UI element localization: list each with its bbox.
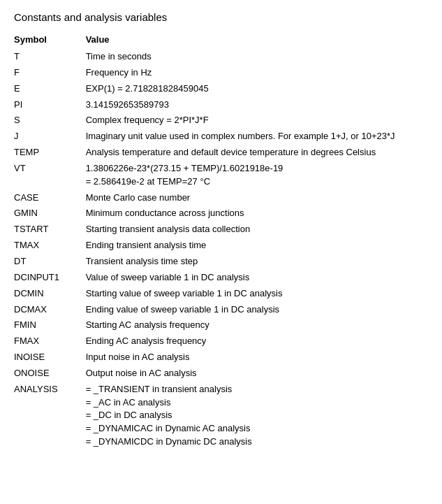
symbol-cell: E (14, 81, 86, 97)
table-row: ANALYSIS= _TRANSIENT in transient analys… (14, 382, 428, 450)
table-row: SComplex frequency = 2*PI*J*F (14, 113, 428, 129)
symbol-cell: S (14, 113, 86, 129)
value-cell: EXP(1) = 2.718281828459045 (86, 81, 428, 97)
table-row: EEXP(1) = 2.718281828459045 (14, 81, 428, 97)
symbol-cell: F (14, 65, 86, 81)
value-cell: Input noise in AC analysis (86, 350, 428, 366)
symbol-cell: DCMIN (14, 286, 86, 302)
table-row: TTime in seconds (14, 49, 428, 65)
value-cell: Monte Carlo case number (86, 190, 428, 206)
value-cell: 3.141592653589793 (86, 97, 428, 113)
value-cell: Analysis temperature and default device … (86, 145, 428, 161)
table-row: FMAXEnding AC analysis frequency (14, 333, 428, 350)
value-cell: Imaginary unit value used in complex num… (86, 129, 428, 145)
value-cell: Starting AC analysis frequency (86, 317, 428, 333)
symbol-cell: FMAX (14, 333, 86, 350)
table-row: TMAXEnding transient analysis time (14, 238, 428, 254)
table-row: DCMINStarting value of sweep variable 1 … (14, 286, 428, 302)
table-row: PI3.141592653589793 (14, 97, 428, 113)
value-cell: Output noise in AC analysis (86, 366, 428, 382)
table-row: TEMPAnalysis temperature and default dev… (14, 145, 428, 161)
symbol-cell: DCINPUT1 (14, 270, 86, 286)
table-row: FFrequency in Hz (14, 65, 428, 81)
symbol-cell: T (14, 49, 86, 65)
table-row: GMINMinimum conductance across junctions (14, 206, 428, 222)
value-cell: Value of sweep variable 1 in DC analysis (86, 270, 428, 286)
table-row: JImaginary unit value used in complex nu… (14, 129, 428, 145)
value-cell: Transient analysis time step (86, 254, 428, 270)
page-title: Constants and analysis variables (14, 11, 428, 23)
symbol-cell: TEMP (14, 145, 86, 161)
table-row: CASEMonte Carlo case number (14, 190, 428, 206)
symbol-cell: FMIN (14, 317, 86, 333)
table-row: DCMAXEnding value of sweep variable 1 in… (14, 302, 428, 318)
symbol-cell: VT (14, 161, 86, 190)
value-cell: Time in seconds (86, 49, 428, 65)
value-cell: Starting value of sweep variable 1 in DC… (86, 286, 428, 302)
value-cell: Ending transient analysis time (86, 238, 428, 254)
symbol-cell: TSTART (14, 222, 86, 238)
value-cell: Starting transient analysis data collect… (86, 222, 428, 238)
value-cell: Ending AC analysis frequency (86, 333, 428, 350)
value-cell: Ending value of sweep variable 1 in DC a… (86, 302, 428, 318)
symbol-cell: ONOISE (14, 366, 86, 382)
symbol-cell: PI (14, 97, 86, 113)
symbol-cell: INOISE (14, 350, 86, 366)
table-row: VT1.3806226e-23*(273.15 + TEMP)/1.602191… (14, 161, 428, 190)
table-row: DTTransient analysis time step (14, 254, 428, 270)
value-cell: Minimum conductance across junctions (86, 206, 428, 222)
table-row: ONOISEOutput noise in AC analysis (14, 366, 428, 382)
symbol-cell: DCMAX (14, 302, 86, 318)
table-row: INOISEInput noise in AC analysis (14, 350, 428, 366)
value-cell: Frequency in Hz (86, 65, 428, 81)
value-cell: = _TRANSIENT in transient analysis= _AC … (86, 382, 428, 450)
table-row: TSTARTStarting transient analysis data c… (14, 222, 428, 238)
table-row: DCINPUT1Value of sweep variable 1 in DC … (14, 270, 428, 286)
symbol-cell: ANALYSIS (14, 382, 86, 450)
symbol-cell: J (14, 129, 86, 145)
value-cell: 1.3806226e-23*(273.15 + TEMP)/1.6021918e… (86, 161, 428, 190)
value-cell: Complex frequency = 2*PI*J*F (86, 113, 428, 129)
symbol-cell: GMIN (14, 206, 86, 222)
value-header: Value (86, 33, 428, 49)
symbol-cell: CASE (14, 190, 86, 206)
symbol-cell: DT (14, 254, 86, 270)
symbol-header: Symbol (14, 33, 86, 49)
variables-table: Symbol Value TTime in secondsFFrequency … (14, 33, 428, 450)
table-row: FMINStarting AC analysis frequency (14, 317, 428, 333)
symbol-cell: TMAX (14, 238, 86, 254)
